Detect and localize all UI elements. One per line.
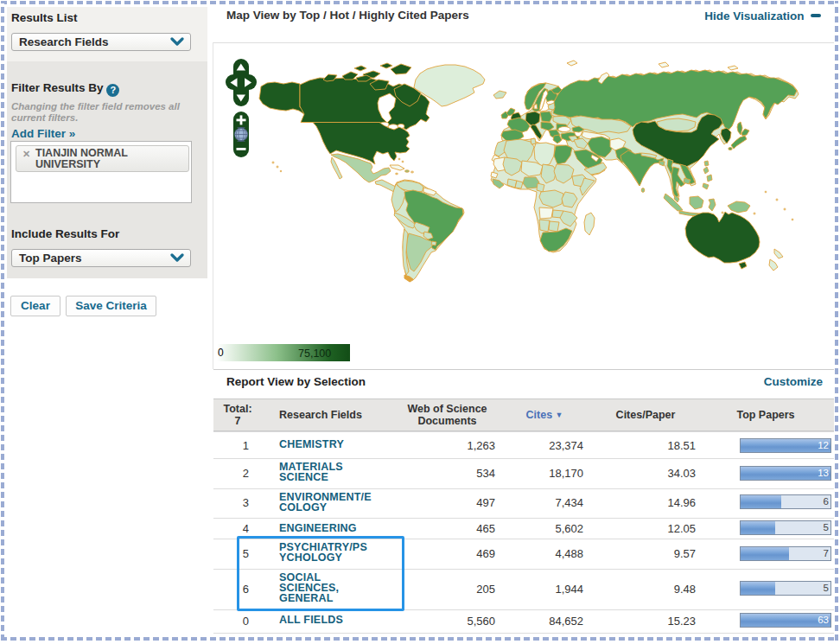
- svg-text:0: 0: [218, 347, 224, 359]
- svg-text:75,100: 75,100: [298, 348, 331, 360]
